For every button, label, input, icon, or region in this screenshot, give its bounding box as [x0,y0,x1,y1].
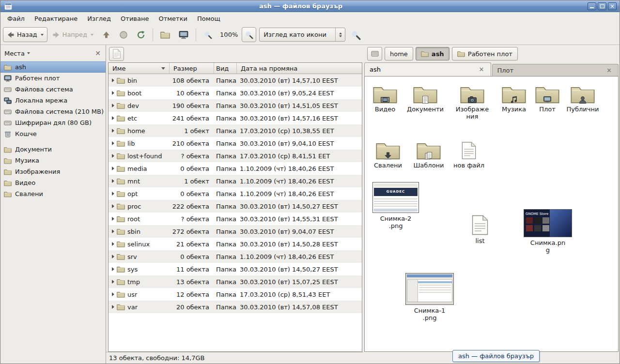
icon-item-pictures[interactable]: Изображения [452,84,493,120]
sidebar-item-video[interactable]: Видео [0,177,106,188]
expander-icon[interactable] [112,78,114,82]
sidebar-close-icon[interactable]: ✕ [95,50,101,57]
expander-icon[interactable] [112,280,114,284]
expander-icon[interactable] [112,104,114,107]
column-header-modified[interactable]: Дата на промяна [237,63,362,74]
expander-icon[interactable] [112,179,114,183]
expander-icon[interactable] [112,204,114,208]
expander-icon[interactable] [112,255,114,258]
sidebar-item-ash[interactable]: ash [0,61,106,73]
icon-item-snimka[interactable]: GNOME Store Снимка.png [523,209,573,254]
computer-button[interactable] [175,27,192,42]
view-mode-select[interactable]: Изглед като икони [259,28,345,42]
icon-item-documents[interactable]: Документи [406,84,445,113]
path-root-button[interactable] [367,47,382,61]
expander-icon[interactable] [112,154,114,158]
home-button[interactable] [156,27,174,42]
table-row[interactable]: srv 0 обекта Папка 1.10.2009 (чт) 18,40,… [108,250,362,263]
breadcrumb-home[interactable]: home [385,47,413,61]
tab-ash[interactable]: ash ✕ [364,62,491,76]
expander-icon[interactable] [112,141,114,145]
close-button[interactable]: × [608,2,617,10]
icon-item-snimka2[interactable]: GUADEC Снимка-2.png [372,182,420,229]
expander-icon[interactable] [112,229,114,233]
expander-icon[interactable] [112,116,114,120]
reload-button[interactable] [133,27,149,42]
tab-close-icon[interactable]: ✕ [478,66,486,73]
expander-icon[interactable] [112,242,114,246]
icon-item-public[interactable]: Публични [563,84,602,113]
expander-icon[interactable] [112,267,114,271]
stop-button[interactable] [115,27,132,42]
sidebar-item-documents[interactable]: Документи [0,144,106,155]
sidebar-item-trash[interactable]: Кошче [0,128,106,139]
table-row[interactable]: media 0 обекта Папка 1.10.2009 (чт) 18,4… [108,162,362,175]
up-button[interactable] [98,27,114,42]
table-row[interactable]: lib 210 обекта Папка 30.03.2010 (вт) 9,0… [108,137,362,150]
back-button[interactable]: Назад [3,27,47,42]
expander-icon[interactable] [112,305,114,309]
sidebar-title[interactable]: Места [4,50,25,57]
table-row[interactable]: opt 0 обекта Папка 1.10.2009 (чт) 18,40,… [108,187,362,200]
sidebar-item-pictures[interactable]: Изображения [0,166,106,177]
column-header-size[interactable]: Размер [170,63,214,74]
expander-icon[interactable] [112,217,114,221]
view-mode-arrows[interactable] [335,28,345,41]
menu-help[interactable]: Помощ [192,12,225,25]
sidebar-item-desktop[interactable]: Работен плот [0,73,106,84]
expander-icon[interactable] [112,292,114,296]
column-header-name[interactable]: Име [108,63,170,74]
expander-icon[interactable] [112,167,114,170]
titlebar[interactable]: ash — файлов браузър × [0,0,620,12]
table-row[interactable]: boot 10 обекта Папка 30.03.2010 (вт) 9,0… [108,87,362,99]
sidebar-item-downloads[interactable]: Свалени [0,188,106,199]
maximize-button[interactable] [598,2,606,10]
icon-view[interactable]: Видео Документи Изображения [364,76,619,352]
zoom-in-button[interactable] [242,27,256,42]
column-header-type[interactable]: Вид [214,63,237,74]
sidebar-item-network[interactable]: Локална мрежа [0,95,106,106]
icon-item-new-file[interactable]: нов файл [450,141,488,169]
expander-icon[interactable] [112,129,114,133]
icon-item-list[interactable]: list [461,215,499,244]
forward-button[interactable]: Напред [48,27,97,42]
breadcrumb-desktop[interactable]: Работен плот [452,47,518,61]
expander-icon[interactable] [112,91,114,95]
icon-item-video[interactable]: Видео [366,84,404,113]
menu-file[interactable]: Файл [2,12,30,25]
icon-item-snimka1[interactable]: Снимка-1.png [404,273,455,321]
sidebar-selector-icon[interactable] [27,52,30,54]
table-row[interactable]: mnt 1 обект Папка 1.10.2009 (чт) 18,40,2… [108,175,362,187]
table-row[interactable]: tmp 13 обекта Папка 30.03.2010 (вт) 15,0… [108,275,362,288]
sidebar-item-music[interactable]: Музика [0,155,106,166]
table-row[interactable]: sbin 272 обекта Папка 30.03.2010 (вт) 9,… [108,225,362,238]
sidebar-item-filesystem-210mb[interactable]: Файлова система (210 MB) [0,106,106,117]
icon-item-templates[interactable]: Шаблони [409,140,448,169]
zoom-out-button[interactable] [200,27,216,42]
tab-desktop[interactable]: Плот ✕ [492,64,619,76]
menu-view[interactable]: Изглед [82,12,116,25]
search-button[interactable] [346,27,365,42]
table-row[interactable]: root ? обекта Папка 30.03.2010 (вт) 14,5… [108,212,362,225]
icon-item-downloads[interactable]: Свалени [369,140,407,169]
back-dropdown-icon[interactable] [41,34,44,36]
table-row[interactable]: etc 241 обекта Папка 30.03.2010 (вт) 14,… [108,112,362,124]
sidebar-item-encrypted-80gb[interactable]: Шифриран дял (80 GB) [0,117,106,128]
sidebar-item-filesystem[interactable]: Файлова система [0,84,106,95]
table-row[interactable]: var 20 обекта Папка 30.03.2010 (вт) 14,5… [108,301,362,313]
table-row[interactable]: sys 11 обекта Папка 30.03.2010 (вт) 14,5… [108,263,362,275]
table-row[interactable]: lost+found ? обекта Папка 17.03.2010 (ср… [108,150,362,162]
table-row[interactable]: usr 12 обекта Папка 17.03.2010 (ср) 8,51… [108,288,362,301]
pane-icon-button[interactable] [109,47,124,61]
menu-bookmarks[interactable]: Отметки [154,12,192,25]
minimize-button[interactable] [588,2,596,10]
icon-item-desktop[interactable]: Плот [528,84,567,113]
table-row[interactable]: selinux 21 обекта Папка 30.03.2010 (вт) … [108,238,362,250]
table-row[interactable]: bin 108 обекта Папка 30.03.2010 (вт) 14,… [108,74,362,87]
breadcrumb-ash[interactable]: ash [416,47,450,61]
table-row[interactable]: home 1 обект Папка 17.03.2010 (ср) 10,38… [108,124,362,137]
expander-icon[interactable] [112,192,114,196]
tab-close-icon[interactable]: ✕ [605,67,613,74]
menu-go[interactable]: Отиване [116,12,154,25]
table-row[interactable]: dev 190 обекта Папка 30.03.2010 (вт) 14,… [108,99,362,112]
